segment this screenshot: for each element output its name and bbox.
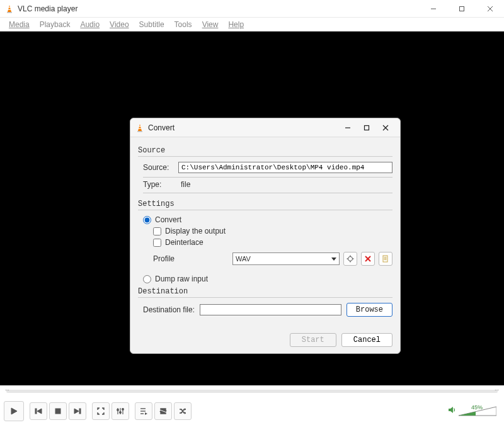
svg-point-17 — [348, 257, 353, 261]
svg-rect-13 — [365, 125, 369, 130]
dialog-maximize-button[interactable] — [357, 120, 376, 135]
svg-rect-33 — [79, 409, 81, 414]
svg-point-39 — [122, 408, 124, 410]
svg-rect-1 — [7, 12, 12, 13]
convert-radio[interactable] — [143, 216, 151, 224]
divider — [143, 193, 392, 193]
svg-rect-21 — [353, 258, 354, 259]
svg-marker-43 — [145, 412, 147, 415]
svg-rect-11 — [139, 128, 142, 128]
next-button[interactable] — [69, 402, 86, 420]
svg-marker-47 — [185, 412, 186, 414]
convert-radio-label: Convert — [155, 215, 181, 224]
svg-rect-29 — [35, 409, 37, 414]
cancel-button[interactable]: Cancel — [341, 333, 392, 347]
dialog-title: Convert — [148, 123, 338, 132]
minimize-button[interactable] — [419, 0, 447, 18]
source-group-label: Source — [138, 146, 392, 155]
shuffle-button[interactable] — [174, 402, 192, 420]
profile-value: WAV — [236, 255, 251, 263]
display-output-label: Display the output — [165, 227, 226, 235]
close-button[interactable] — [476, 0, 504, 18]
maximize-button[interactable] — [447, 0, 476, 18]
svg-rect-5 — [459, 6, 464, 11]
dialog-minimize-button[interactable] — [338, 120, 357, 135]
svg-marker-32 — [74, 409, 79, 414]
volume-percent: 45% — [471, 404, 483, 411]
type-label: Type: — [143, 180, 178, 189]
destination-file-input[interactable] — [200, 304, 341, 315]
settings-group-label: Settings — [138, 200, 392, 208]
video-area: Convert Source Source: Type: file Settin… — [0, 31, 504, 385]
display-output-checkbox[interactable] — [153, 227, 161, 235]
delete-profile-button[interactable] — [361, 252, 375, 266]
volume-control[interactable]: 45% — [447, 405, 496, 417]
menu-video[interactable]: Video — [105, 20, 134, 29]
profile-label: Profile — [153, 254, 229, 263]
divider — [143, 177, 392, 178]
chevron-down-icon — [331, 255, 336, 263]
destination-file-label: Destination file: — [143, 305, 195, 314]
svg-rect-2 — [8, 7, 10, 8]
divider — [138, 210, 392, 210]
playlist-button[interactable] — [135, 402, 152, 420]
volume-slider[interactable]: 45% — [459, 405, 496, 417]
fullscreen-button[interactable] — [92, 402, 110, 420]
vlc-cone-icon — [135, 123, 144, 132]
vlc-cone-icon — [5, 4, 14, 13]
menu-tools[interactable]: Tools — [169, 20, 197, 29]
browse-button[interactable]: Browse — [346, 303, 392, 317]
svg-marker-0 — [8, 5, 11, 12]
deinterlace-checkbox[interactable] — [153, 239, 161, 247]
convert-dialog: Convert Source Source: Type: file Settin… — [130, 118, 401, 354]
svg-marker-28 — [11, 408, 17, 414]
menu-view[interactable]: View — [197, 20, 224, 29]
destination-group-label: Destination — [138, 287, 392, 296]
menu-playback[interactable]: Playback — [35, 20, 76, 29]
menubar: Media Playback Audio Video Subtitle Tool… — [0, 18, 504, 31]
seek-track[interactable] — [6, 390, 498, 393]
svg-marker-8 — [138, 124, 142, 131]
speaker-icon — [447, 405, 456, 417]
svg-rect-9 — [137, 131, 142, 132]
menu-help[interactable]: Help — [223, 20, 249, 29]
loop-button[interactable] — [154, 402, 172, 420]
svg-marker-30 — [37, 409, 42, 414]
window-title: VLC media player — [18, 4, 419, 13]
playback-controls: 45% — [0, 397, 504, 425]
source-input[interactable] — [178, 162, 392, 173]
main-titlebar: VLC media player — [0, 0, 504, 18]
menu-subtitle[interactable]: Subtitle — [134, 20, 169, 29]
extended-settings-button[interactable] — [112, 402, 129, 420]
svg-rect-19 — [350, 261, 350, 263]
svg-marker-46 — [185, 408, 186, 411]
svg-marker-48 — [449, 407, 453, 413]
source-label: Source: — [143, 163, 178, 172]
divider — [138, 156, 392, 157]
svg-rect-18 — [350, 256, 350, 257]
edit-profile-button[interactable] — [343, 252, 357, 266]
dump-raw-radio[interactable] — [143, 275, 151, 283]
profile-combobox[interactable]: WAV — [232, 252, 340, 265]
svg-rect-20 — [347, 258, 348, 259]
svg-point-37 — [117, 409, 119, 411]
dump-raw-label: Dump raw input — [155, 275, 208, 283]
svg-marker-16 — [331, 258, 336, 261]
svg-rect-31 — [55, 409, 60, 414]
dialog-titlebar: Convert — [130, 118, 400, 137]
dialog-close-button[interactable] — [376, 120, 395, 135]
svg-rect-10 — [139, 126, 140, 127]
play-button[interactable] — [4, 401, 24, 421]
type-value: file — [178, 180, 190, 189]
deinterlace-label: Deinterlace — [165, 238, 203, 247]
stop-button[interactable] — [49, 402, 67, 420]
new-profile-button[interactable] — [379, 252, 392, 266]
divider — [138, 297, 392, 298]
previous-button[interactable] — [30, 402, 47, 420]
start-button[interactable]: Start — [290, 333, 336, 347]
seek-bar[interactable] — [0, 385, 504, 397]
svg-rect-3 — [8, 9, 11, 9]
menu-media[interactable]: Media — [4, 20, 35, 29]
menu-audio[interactable]: Audio — [75, 20, 105, 29]
svg-point-38 — [120, 411, 122, 413]
